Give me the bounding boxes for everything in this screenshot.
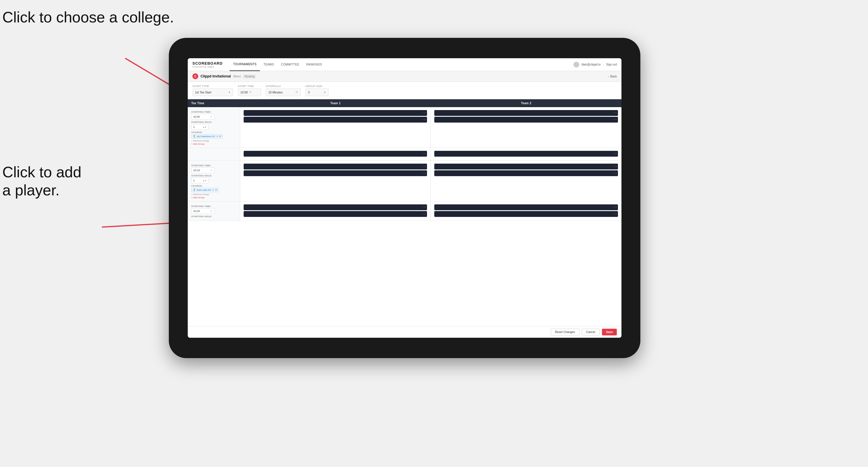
course-tag-1[interactable]: 🏌 (A) Peachtree GC ✕ ⚙ [191,134,223,138]
user-email: blair@clippd.io [582,63,601,66]
player-slot-t2g1-2[interactable]: ✕ ⚙ [434,117,618,123]
starting-time-input-1[interactable]: 10:00 ⏱ [191,114,215,120]
nav-logo-title: SCOREBOARD [192,61,223,65]
x-icon-2: ✕ [422,119,424,121]
x-icon-3: ✕ [613,112,615,114]
team2-group1b: ✕ ⚙ [431,148,621,160]
remove-icon-2: ○ [191,193,193,196]
player-slot-t2g1-1[interactable]: ✕ ⚙ [434,110,618,116]
course-row-2: 🏌 East Lake GC ✕ ⚙ [191,188,236,192]
group-left-1: STARTING TIME: 10:00 ⏱ STARTING HOLE: 1 … [188,107,240,148]
player-slot-t1g1-2[interactable]: ✕ ⚙ [244,117,427,123]
nav-right: blair@clippd.io | Sign out [574,62,617,67]
back-chevron-icon: ‹ [608,75,609,78]
clock-icon-4: ⏱ [210,169,213,172]
group-row-2: STARTING TIME: 10:10 ⏱ STARTING HOLE: 1 … [188,161,621,201]
col-tee-time: Tee Time [188,99,240,107]
remove-course-icon-2[interactable]: ✕ [212,189,214,191]
starting-hole-select-1[interactable]: 1 ▲▼ [191,124,209,130]
form-start-time: Start Time 10:00 ⏱ [238,85,261,96]
player-slot-t2g3-2[interactable]: ✕ ⚙ [434,211,618,217]
reset-button[interactable]: Reset Changes [551,329,580,335]
settings-icon-1[interactable]: ⚙ [219,135,221,138]
add-icon-1: + [191,143,193,145]
settings-icon-4: ⚙ [615,119,617,121]
remove-icon-1: ○ [191,139,193,142]
nav-link-tournaments[interactable]: TOURNAMENTS [230,58,260,71]
sign-out-link[interactable]: Sign out [606,63,617,66]
nav-link-teams[interactable]: TEAMS [260,58,277,71]
group-size-label: Group Size [305,85,329,88]
course-tag-2[interactable]: 🏌 East Lake GC ✕ ⚙ [191,188,219,192]
course-label-1: COURSE: [191,131,236,134]
save-button[interactable]: Save [602,329,617,335]
select-arrow-icon-4: ▲▼ [203,180,207,182]
team2-group3: ✕ ⚙ ✕ ⚙ [431,201,621,221]
group-row-1: STARTING TIME: 10:00 ⏱ STARTING HOLE: 1 … [188,107,621,148]
clippd-logo: C [192,73,198,79]
table-header: Tee Time Team 1 Team 2 [188,99,621,107]
add-group-link-1[interactable]: + Add Group [191,143,236,145]
nav-bar: SCOREBOARD Powered by clippd TOURNAMENTS… [188,58,621,71]
remove-course-icon-1[interactable]: ✕ [216,135,218,138]
back-button[interactable]: ‹ Back [608,75,617,78]
starting-hole-select-2[interactable]: 1 ▲▼ [191,178,209,183]
settings-icon-3: ⚙ [615,112,617,114]
remove-group-link-2[interactable]: ○ Remove Group [191,193,236,196]
clock-icon: ⏱ [249,91,251,94]
col-team2: Team 2 [431,99,621,107]
x-icon-4: ✕ [613,119,615,121]
nav-logo-sub: Powered by clippd [192,65,223,68]
group-row-3: STARTING TIME: 10:20 ⏱ STARTING HOLE: ✕ … [188,201,621,221]
team2-group2: ✕ ⚙ ✕ ⚙ [431,161,621,201]
nav-link-committee[interactable]: COMMITTEE [277,58,303,71]
select-arrow-icon-2: ▼ [324,91,326,94]
remove-group-link-1[interactable]: ○ Remove Group [191,139,236,142]
annotation-add-player: Click to add a player. [2,163,82,199]
starting-time-input-3[interactable]: 10:20 ⏱ [191,208,215,214]
starting-time-label-2: STARTING TIME: [191,164,236,167]
avatar [574,62,579,67]
player-slot-t1g3-2[interactable]: ✕ ⚙ [244,211,427,217]
player-slot-t1g1b-1[interactable]: ✕ ⚙ [244,151,427,157]
page-title: Clippd Invitational [200,74,231,78]
x-icon: ✕ [422,112,424,114]
group-left-1b [188,148,240,160]
add-icon-2: + [191,196,193,199]
player-slot-t1g1-1[interactable]: ✕ ⚙ [244,110,427,116]
player-slot-t2g1b-1[interactable]: ✕ ⚙ [434,151,618,157]
course-label-2: COURSE: [191,185,236,187]
player-slot-t2g2-2[interactable]: ✕ ⚙ [434,170,618,176]
cancel-button[interactable]: Cancel [582,329,600,335]
form-start-type: Start Type 1st Tee Start ▼ [192,85,233,96]
player-slot-t1g3-1[interactable]: ✕ ⚙ [244,205,427,210]
group-row-1b: ✕ ⚙ ✕ ⚙ [188,148,621,161]
add-group-link-2[interactable]: + Add Group [191,196,236,199]
start-time-input[interactable]: 10:00 ⏱ [238,89,261,96]
course-row-1: 🏌 (A) Peachtree GC ✕ ⚙ [191,134,236,138]
page-badge: (Men) [233,75,241,78]
start-type-select[interactable]: 1st Tee Start ▼ [192,89,233,96]
group-size-select[interactable]: 3 ▼ [305,89,329,96]
tablet-screen: SCOREBOARD Powered by clippd TOURNAMENTS… [188,58,621,338]
start-time-label: Start Time [238,85,261,88]
nav-logo: SCOREBOARD Powered by clippd [192,61,223,68]
player-slot-t1g2-1[interactable]: ✕ ⚙ [244,164,427,169]
player-slot-t2g2-1[interactable]: ✕ ⚙ [434,164,618,169]
player-slot-t1g2-2[interactable]: ✕ ⚙ [244,170,427,176]
tablet-frame: SCOREBOARD Powered by clippd TOURNAMENTS… [169,38,640,358]
intervals-select[interactable]: 10 Minutes ⏱ [266,89,301,96]
team1-group2: ✕ ⚙ ✕ ⚙ [240,161,431,201]
settings-icon-5[interactable]: ⚙ [215,189,217,191]
starting-time-input-2[interactable]: 10:10 ⏱ [191,167,215,173]
page-tag: Hosting [243,74,256,78]
clock-icon-3: ⏱ [210,116,213,118]
schedule-table: Tee Time Team 1 Team 2 STARTING TIME: 10… [188,99,621,326]
clock-icon-2: ⏱ [296,91,298,94]
team1-group3: ✕ ⚙ ✕ ⚙ [240,201,431,221]
select-arrow-icon: ▼ [228,91,230,94]
nav-link-rankings[interactable]: RANKINGS [303,58,326,71]
settings-icon: ⚙ [424,112,426,114]
team1-group1: ✕ ⚙ ✕ ⚙ [240,107,431,148]
player-slot-t2g3-1[interactable]: ✕ ⚙ [434,205,618,210]
